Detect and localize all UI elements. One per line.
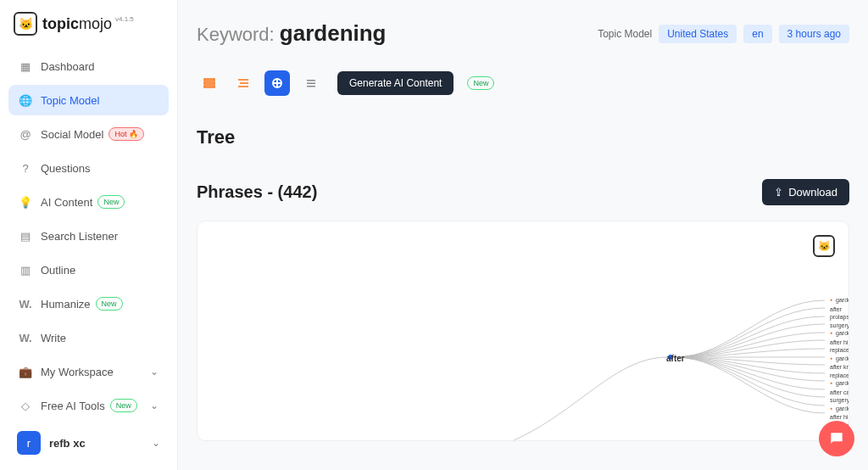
briefcase-icon: 💼 [19,365,32,378]
nav-search-listener[interactable]: ▤ Search Listener [8,221,169,251]
avatar: r [17,431,41,455]
nav-my-workspace[interactable]: 💼 My Workspace ⌄ [8,356,169,387]
nav-label: Social Model [41,128,103,141]
file-icon: ▥ [19,263,32,277]
view-menu-button[interactable] [298,70,324,96]
chevron-down-icon: ⌄ [150,366,159,378]
hot-badge: Hot 🔥 [108,127,144,141]
download-icon: ⇪ [774,186,783,199]
nav-social-model[interactable]: @ Social Model Hot 🔥 [8,119,169,149]
w-icon: W. [19,297,32,311]
meta-label: Topic Model [598,28,652,40]
chat-icon [828,430,845,447]
svg-rect-0 [204,79,214,81]
logo-bold: topic [42,15,79,32]
chat-bubble[interactable] [819,421,854,456]
svg-rect-11 [307,86,315,87]
nav-label: Dashboard [41,60,95,73]
svg-rect-1 [204,82,214,84]
nav-label: Questions [41,162,91,175]
nav-label: My Workspace [41,366,114,378]
new-badge: New [467,76,494,90]
layers-icon: ▤ [19,229,32,243]
nav-topic-model[interactable]: 🌐 Topic Model [8,85,169,115]
leaf-item: gardening after knee replacement [830,355,849,380]
generate-ai-button[interactable]: Generate AI Content [337,71,453,95]
phrases-title: Phrases - (442) [197,182,317,202]
user-menu[interactable]: r refb xc ⌄ [8,424,169,462]
logo-icon: 🐱 [14,12,37,36]
nav-label: AI Content [41,196,92,209]
logo-light: mojo [79,15,112,32]
version-text: v4.1.5 [115,15,134,23]
user-name: refb xc [49,437,86,450]
nav-label: Free AI Tools [41,400,105,412]
time-chip: 3 hours ago [779,25,849,43]
lang-chip[interactable]: en [743,25,771,43]
w-icon: W. [19,331,32,344]
new-badge: New [97,195,125,209]
nav-label: Humanize [41,298,91,311]
nav-label: Topic Model [41,94,99,107]
at-icon: @ [19,127,32,141]
nav-ai-content[interactable]: 💡 AI Content New [8,187,169,217]
keyword-value: gardening [280,20,387,46]
view-align-button[interactable] [231,70,256,96]
nav-questions[interactable]: ? Questions [8,153,169,183]
chevron-down-icon: ⌄ [150,400,159,411]
download-label: Download [788,186,837,199]
tool-icon: ◇ [19,399,32,412]
nav-humanize[interactable]: W. Humanize New [8,288,169,319]
svg-rect-10 [307,83,315,85]
leaf-item: gardening after cataract surgery [830,379,849,405]
leaf-item: gardening after hip replacement [830,329,849,355]
grid-icon: ▦ [19,59,32,73]
nav-dashboard[interactable]: ▦ Dashboard [8,51,169,81]
svg-rect-2 [204,86,214,87]
new-badge: New [96,297,123,311]
watermark-icon: 🐱 [813,235,835,257]
nav-label: Search Listener [41,230,118,243]
question-icon: ? [19,161,32,175]
nav-label: Outline [41,264,75,277]
nav-label: Write [41,332,66,344]
leaf-item: gardening after prolapse surgery [830,296,849,329]
leaf-list: gardening after prolapse surgerygardenin… [830,296,849,441]
nav-write[interactable]: W. Write [8,322,169,353]
view-tree-button[interactable] [264,70,290,96]
keyword-label: Keyword: [197,24,280,45]
tree-svg [426,289,833,441]
tree-visualization: 🐱 [197,221,849,441]
globe-icon: 🌐 [19,93,32,107]
nav-free-ai-tools[interactable]: ◇ Free AI Tools New ⌄ [8,390,169,421]
download-button[interactable]: ⇪ Download [762,179,849,205]
nav-outline[interactable]: ▥ Outline [8,255,169,285]
tree-section-title: Tree [197,126,849,148]
app-logo[interactable]: 🐱 topicmojo v4.1.5 [0,8,177,51]
new-badge: New [110,399,137,412]
branch-label: after [666,354,685,363]
bulb-icon: 💡 [19,195,32,209]
view-list-button[interactable] [197,70,222,96]
page-title: Keyword: gardening [197,20,387,47]
country-chip[interactable]: United States [659,25,737,43]
svg-rect-9 [307,80,315,81]
chevron-down-icon: ⌄ [152,437,160,449]
